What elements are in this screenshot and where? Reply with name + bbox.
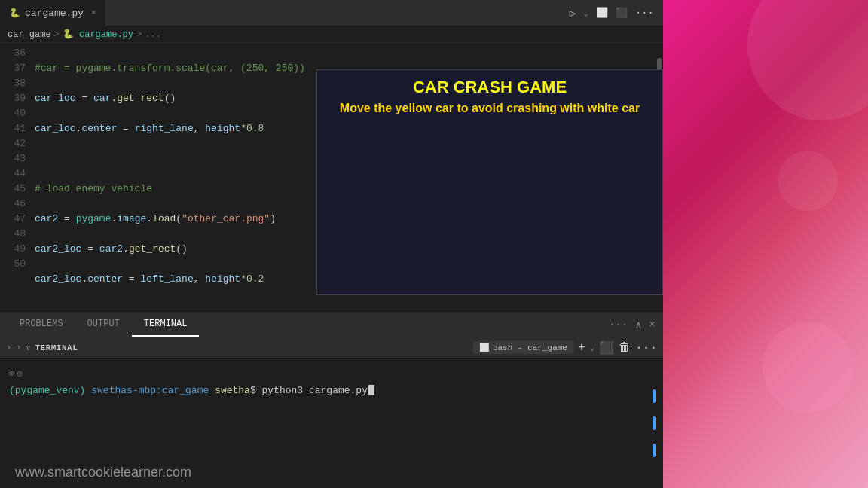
tab-bar: 🐍 cargame.py × ▷ ⌄ ⬜ ⬛ ··· bbox=[0, 0, 663, 26]
terminal-more-icon[interactable]: ··· bbox=[635, 341, 657, 355]
terminal-section-label: TERMINAL bbox=[35, 343, 78, 352]
game-subtitle: Move the yellow car to avoid crashing wi… bbox=[317, 102, 662, 115]
terminal-venv: (pygame_venv) bbox=[9, 383, 85, 398]
panel-actions: ··· ∧ × bbox=[609, 319, 656, 331]
terminal-prompt-line: (pygame_venv) swethas-mbp:car_game sweth… bbox=[9, 383, 654, 398]
terminal-chevron-right-1[interactable]: › bbox=[6, 343, 11, 353]
breadcrumb-more: ... bbox=[145, 29, 161, 40]
breadcrumb: car_game > 🐍 cargame.py > ... bbox=[0, 26, 663, 43]
game-title: CAR CRASH GAME bbox=[317, 78, 662, 97]
breadcrumb-sep2: > bbox=[136, 29, 142, 40]
split-terminal-icon[interactable]: ⬛ bbox=[599, 340, 614, 355]
terminal-expand-icon[interactable]: ∨ bbox=[26, 343, 30, 352]
terminal-git-icon: ◎ bbox=[17, 368, 23, 380]
scroll-indicator-3 bbox=[653, 444, 656, 457]
preview-icon[interactable]: ⬜ bbox=[596, 7, 608, 19]
terminal-toolbar: › › ∨ TERMINAL ⬜ bash - car_game + ⌄ ⬛ 🗑… bbox=[0, 337, 663, 358]
game-window: CAR CRASH GAME Move the yellow car to av… bbox=[316, 69, 663, 295]
terminal-cursor bbox=[368, 385, 374, 395]
terminal-branch-icon: ⊙ bbox=[9, 368, 14, 380]
tab-close-button[interactable]: × bbox=[91, 8, 96, 17]
tab-filename: cargame.py bbox=[25, 8, 84, 19]
bash-label: bash - car_game bbox=[493, 343, 567, 352]
run-options-icon[interactable]: ⌄ bbox=[583, 8, 588, 18]
terminal-chevron-right-2[interactable]: › bbox=[16, 343, 21, 353]
code-editor: 36 37 38 39 40 41 42 43 44 45 46 47 48 4… bbox=[0, 43, 663, 311]
terminal-command: python3 cargame.py bbox=[262, 383, 368, 398]
delete-terminal-icon[interactable]: 🗑 bbox=[619, 340, 631, 355]
terminal-icons-row: ⊙ ◎ bbox=[9, 364, 654, 383]
terminal-user: swetha bbox=[215, 383, 250, 398]
python-icon: 🐍 bbox=[9, 8, 20, 19]
right-panel bbox=[663, 0, 868, 488]
split-editor-icon[interactable]: ⬛ bbox=[616, 7, 628, 19]
terminal-tab[interactable]: TERMINAL bbox=[132, 313, 200, 337]
terminal-path: swethas-mbp:car_game bbox=[91, 383, 209, 398]
add-terminal-icon[interactable]: + bbox=[578, 341, 585, 355]
output-tab[interactable]: OUTPUT bbox=[75, 313, 132, 337]
terminal-toolbar-left: › › ∨ TERMINAL bbox=[6, 343, 78, 353]
problems-tab[interactable]: PROBLEMS bbox=[8, 313, 75, 337]
bash-badge[interactable]: ⬜ bash - car_game bbox=[473, 341, 573, 354]
run-icon[interactable]: ▷ bbox=[570, 7, 576, 20]
panel-close-icon[interactable]: × bbox=[649, 319, 656, 331]
panel-more-icon[interactable]: ··· bbox=[609, 319, 628, 331]
watermark: www.smartcookielearner.com bbox=[15, 465, 191, 480]
breadcrumb-file[interactable]: 🐍 cargame.py bbox=[63, 29, 133, 40]
panel-maximize-icon[interactable]: ∧ bbox=[635, 319, 641, 331]
breadcrumb-sep1: > bbox=[54, 29, 60, 40]
panel-tabs: PROBLEMS OUTPUT TERMINAL ··· ∧ × bbox=[0, 311, 663, 337]
more-options-icon[interactable]: ··· bbox=[635, 7, 654, 19]
terminal-toolbar-right: ⬜ bash - car_game + ⌄ ⬛ 🗑 ··· bbox=[473, 340, 657, 355]
file-tab[interactable]: 🐍 cargame.py × bbox=[0, 0, 106, 26]
scroll-indicator-1 bbox=[653, 389, 656, 403]
terminal-icon: ⬜ bbox=[479, 343, 490, 352]
scroll-indicator-2 bbox=[653, 416, 656, 430]
breadcrumb-folder[interactable]: car_game bbox=[8, 29, 51, 40]
line-numbers: 36 37 38 39 40 41 42 43 44 45 46 47 48 4… bbox=[0, 43, 32, 311]
terminal-dollar: $ bbox=[250, 383, 256, 398]
terminal-chevron-icon[interactable]: ⌄ bbox=[590, 343, 595, 352]
